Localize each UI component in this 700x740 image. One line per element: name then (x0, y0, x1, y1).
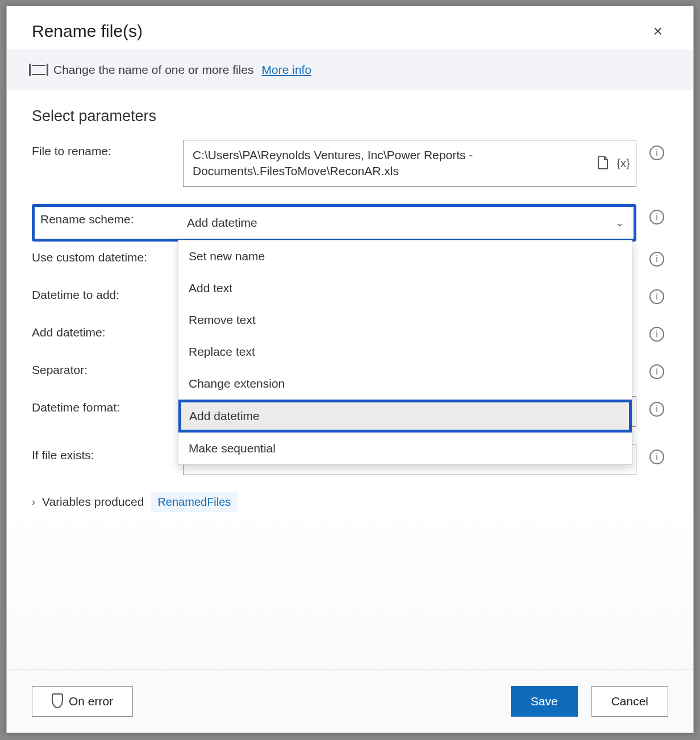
label-datetime-to-add: Datetime to add: (32, 284, 174, 302)
variables-produced-badge[interactable]: RenamedFiles (151, 492, 238, 512)
label-add-datetime: Add datetime: (32, 321, 174, 339)
close-button[interactable]: × (648, 19, 668, 44)
file-picker-icon[interactable] (595, 156, 610, 171)
rename-files-dialog: Rename file(s) × Change the name of one … (6, 6, 694, 733)
info-icon[interactable]: i (649, 327, 664, 342)
variables-produced-row[interactable]: › Variables produced RenamedFiles (32, 492, 668, 512)
rename-scheme-dropdown-list: Set new name Add text Remove text Replac… (178, 240, 632, 465)
dd-option-set-new-name[interactable]: Set new name (178, 240, 632, 272)
label-datetime-format: Datetime format: (32, 396, 174, 414)
cancel-button[interactable]: Cancel (591, 686, 668, 717)
label-use-custom-datetime: Use custom datetime: (32, 246, 174, 264)
info-icon[interactable]: i (649, 364, 664, 379)
rename-icon (32, 65, 45, 75)
more-info-link[interactable]: More info (262, 63, 312, 77)
dd-option-change-extension[interactable]: Change extension (178, 368, 632, 400)
variable-picker-icon[interactable]: {x} (616, 156, 631, 171)
dd-option-remove-text[interactable]: Remove text (178, 304, 632, 336)
dialog-subheader: Change the name of one or more files Mor… (7, 49, 693, 90)
dd-option-replace-text[interactable]: Replace text (178, 336, 632, 368)
dd-option-add-text[interactable]: Add text (178, 272, 632, 304)
subheader-text: Change the name of one or more files (53, 63, 254, 77)
label-if-file-exists: If file exists: (32, 444, 174, 462)
input-file-to-rename[interactable]: C:\Users\PA\Reynolds Ventures, Inc\Power… (183, 140, 636, 187)
info-icon[interactable]: i (649, 289, 664, 304)
dropdown-rename-scheme[interactable]: Add datetime (178, 208, 632, 238)
field-rename-scheme: Rename scheme: Add datetime ⌄ Set new na… (32, 204, 668, 242)
save-button[interactable]: Save (511, 686, 578, 717)
label-rename-scheme: Rename scheme: (36, 208, 178, 238)
label-separator: Separator: (32, 359, 174, 377)
info-icon[interactable]: i (649, 145, 664, 160)
dialog-header: Rename file(s) × (7, 6, 693, 49)
shield-icon (52, 695, 63, 708)
info-icon[interactable]: i (649, 402, 664, 417)
on-error-button[interactable]: On error (32, 686, 133, 717)
dialog-title: Rename file(s) (32, 22, 143, 41)
section-heading: Select parameters (32, 107, 668, 125)
field-file-to-rename: File to rename: C:\Users\PA\Reynolds Ven… (32, 140, 668, 187)
info-icon[interactable]: i (649, 210, 664, 225)
info-icon[interactable]: i (649, 450, 664, 464)
dd-option-make-sequential[interactable]: Make sequential (178, 433, 632, 464)
variables-produced-label: Variables produced (42, 495, 144, 509)
info-icon[interactable]: i (649, 252, 664, 267)
chevron-down-icon: ⌄ (612, 215, 627, 230)
dialog-footer: On error Save Cancel (7, 670, 693, 733)
on-error-label: On error (69, 695, 113, 708)
chevron-right-icon: › (32, 496, 35, 508)
dialog-body: Select parameters File to rename: C:\Use… (7, 90, 693, 670)
dd-option-add-datetime[interactable]: Add datetime (178, 400, 632, 433)
label-file-to-rename: File to rename: (32, 140, 174, 158)
